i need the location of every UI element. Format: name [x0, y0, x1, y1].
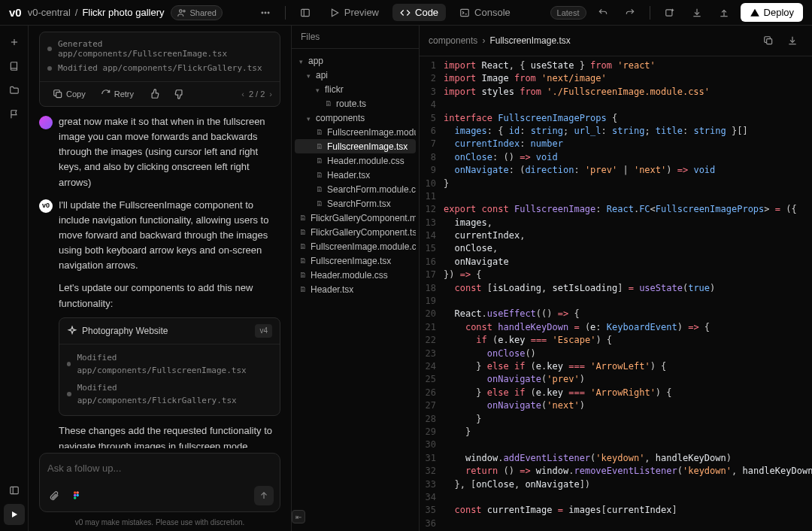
window-plus-icon [665, 8, 675, 18]
file-item[interactable]: 🗎Header.tsx [295, 282, 416, 296]
attach-button[interactable] [46, 487, 62, 504]
user-message: great now make it so that when in the fu… [39, 114, 280, 190]
svg-rect-17 [10, 487, 18, 493]
redo-button[interactable] [620, 2, 641, 23]
download-button[interactable] [686, 2, 707, 23]
copy-code-button[interactable] [758, 30, 779, 51]
breadcrumb: v0-central / Flickr photo gallery [28, 7, 165, 18]
redo-icon [625, 8, 635, 18]
panel-icon [300, 8, 311, 18]
add-button[interactable] [659, 2, 680, 23]
tab-code[interactable]: Code [392, 4, 446, 21]
file-item[interactable]: 🗎FlickrGalleryComponent.modul... [295, 211, 416, 225]
folder-flickr[interactable]: flickr [295, 82, 416, 96]
file-tree[interactable]: app api flickr 🗎route.ts components 🗎Ful… [292, 49, 419, 301]
library-button[interactable] [4, 56, 25, 77]
send-button[interactable] [254, 486, 274, 505]
copy-button[interactable]: Copy [47, 86, 91, 102]
collapse-chat-button[interactable]: ⇤ [292, 510, 305, 523]
projects-button[interactable] [4, 80, 25, 101]
svg-marker-7 [332, 9, 338, 16]
flag-button[interactable] [4, 104, 25, 125]
download-icon [692, 8, 702, 18]
svg-point-2 [262, 12, 263, 14]
share-icon [719, 8, 729, 18]
folder-app[interactable]: app [295, 53, 416, 68]
share-button[interactable] [714, 2, 735, 23]
retry-icon [101, 89, 111, 99]
play-icon [329, 8, 340, 18]
retry-button[interactable]: Retry [95, 86, 139, 102]
svg-point-0 [179, 9, 182, 11]
new-chat-button[interactable] [4, 32, 25, 53]
input-placeholder: Ask a follow up... [46, 460, 274, 486]
version-badge: v4 [255, 324, 272, 338]
file-item[interactable]: 🗎SearchForm.module.css [295, 182, 416, 196]
prev-version[interactable]: ‹ [241, 90, 244, 99]
version-nav: ‹ 2 / 2 › [241, 90, 272, 99]
download-code-button[interactable] [782, 30, 803, 51]
v0-avatar: v0 [39, 199, 53, 213]
next-version[interactable]: › [269, 90, 272, 99]
run-button[interactable] [4, 504, 25, 525]
crumb-file: FullscreenImage.tsx [489, 35, 570, 46]
file-item[interactable]: 🗎Header.module.css [295, 153, 416, 168]
arrow-up-icon [259, 490, 269, 501]
file-item[interactable]: 🗎FullscreenImage.tsx [295, 139, 416, 153]
svg-rect-27 [767, 39, 772, 44]
svg-point-4 [268, 12, 269, 14]
svg-rect-5 [301, 9, 310, 16]
chat-panel: Generated app/components/FullscreenImage… [29, 26, 292, 531]
folder-icon [9, 85, 20, 96]
panel-button[interactable] [4, 480, 25, 501]
play-icon [9, 509, 20, 520]
undo-button[interactable] [592, 2, 614, 23]
svg-marker-19 [12, 511, 17, 517]
page-title[interactable]: Flickr photo gallery [82, 7, 164, 18]
folder-api[interactable]: api [295, 68, 416, 82]
version-badge[interactable]: Latest [550, 6, 586, 20]
thumbs-up-button[interactable] [144, 86, 165, 102]
tab-preview[interactable]: Preview [322, 4, 386, 21]
crumb-folder[interactable]: components [429, 35, 477, 46]
sidebar-toggle[interactable] [295, 2, 316, 23]
file-panel: Files app api flickr 🗎route.ts component… [292, 26, 420, 531]
code-icon [400, 8, 411, 18]
svg-marker-13 [750, 8, 759, 16]
users-icon [177, 8, 187, 18]
code-editor[interactable]: 1import React, { useState } from 'react'… [420, 56, 812, 531]
files-heading: Files [292, 26, 419, 49]
file-route[interactable]: 🗎route.ts [295, 96, 416, 111]
tab-console[interactable]: Console [452, 4, 518, 21]
triangle-icon [750, 8, 760, 18]
file-item[interactable]: 🗎FullscreenImage.tsx [295, 253, 416, 268]
assistant-message: v0 I'll update the FullscreenImage compo… [39, 198, 280, 448]
folder-components[interactable]: components [295, 111, 416, 125]
svg-point-25 [74, 496, 77, 499]
svg-point-21 [74, 491, 77, 494]
file-item[interactable]: 🗎Header.module.css [295, 268, 416, 282]
paperclip-icon [49, 490, 59, 501]
file-item[interactable]: 🗎FlickrGalleryComponent.tsx [295, 225, 416, 239]
figma-button[interactable] [68, 487, 85, 504]
code-panel: components › FullscreenImage.tsx 1import… [420, 26, 812, 531]
terminal-icon [459, 8, 470, 18]
svg-point-23 [74, 494, 77, 497]
project-name[interactable]: v0-central [28, 7, 71, 18]
svg-point-22 [76, 491, 79, 494]
svg-point-1 [183, 10, 184, 11]
svg-rect-8 [461, 9, 469, 16]
file-item[interactable]: 🗎SearchForm.tsx [295, 196, 416, 211]
thumbs-down-button[interactable] [169, 86, 190, 102]
more-menu[interactable] [255, 2, 276, 23]
svg-rect-20 [56, 93, 62, 98]
shared-badge[interactable]: Shared [171, 5, 223, 20]
deploy-button[interactable]: Deploy [741, 3, 803, 22]
chat-scroll[interactable]: Generated app/components/FullscreenImage… [29, 26, 291, 448]
file-item[interactable]: 🗎Header.tsx [295, 168, 416, 182]
chat-input[interactable]: Ask a follow up... [39, 453, 280, 512]
file-item[interactable]: 🗎FullscreenImage.module.css [295, 239, 416, 253]
book-icon [9, 61, 20, 71]
file-item[interactable]: 🗎FullscreenImage.module.css [295, 125, 416, 139]
disclaimer: v0 may make mistakes. Please use with di… [29, 515, 291, 531]
